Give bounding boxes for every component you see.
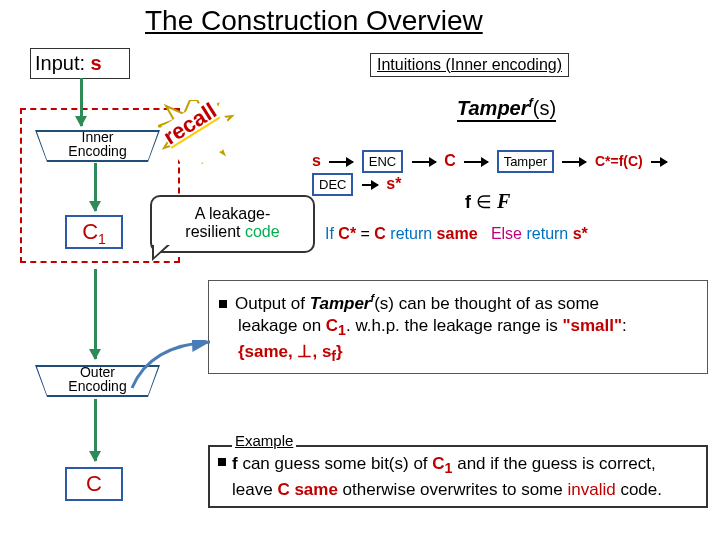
speech-code-word: code: [245, 223, 280, 240]
arrow-icon: [562, 161, 586, 163]
arrow-icon: [362, 184, 378, 186]
arrow-outer-to-c: [94, 399, 97, 461]
intuitions-label: Intuitions (Inner encoding): [370, 53, 569, 77]
arrow-input-to-inner: [80, 78, 83, 126]
speech-tail-icon: [152, 245, 170, 261]
leakage-code-callout: A leakage- resilient code: [150, 195, 315, 253]
input-label: Input:: [35, 52, 91, 74]
pipeline-c: C: [444, 152, 456, 169]
c1-box: C1: [65, 215, 123, 249]
input-box: Input: s: [30, 48, 130, 79]
speech-line1: A leakage-: [195, 205, 271, 222]
speech-line2a: resilient: [185, 223, 245, 240]
pipeline-cstar: C*=f(C): [595, 153, 643, 169]
return-rule: If C* = C return same Else return s*: [325, 225, 588, 243]
input-var-s: s: [91, 52, 102, 74]
pipeline-tamper: Tamper: [497, 150, 554, 173]
example-box: f can guess some bit(s) of C1 and if the…: [208, 445, 708, 508]
inner-encoding-label: Inner Encoding: [35, 130, 160, 158]
pipeline-enc: ENC: [362, 150, 403, 173]
output-leakage-note: Output of Tamperf(s) can be thought of a…: [208, 280, 708, 374]
connector-arrow-icon: [120, 340, 240, 400]
f-in-F: f ∈ F: [465, 190, 510, 213]
page-title: The Construction Overview: [145, 5, 483, 37]
pipeline-sstar: s*: [386, 175, 401, 192]
arrow-icon: [464, 161, 488, 163]
example-label: Example: [232, 432, 296, 449]
arrow-icon: [412, 161, 436, 163]
arrow-icon: [651, 161, 667, 163]
pipeline-s: s: [312, 152, 321, 169]
arrow-c1-to-outer: [94, 269, 97, 359]
c-box: C: [65, 467, 123, 501]
bullet-icon: [219, 300, 227, 308]
arrow-icon: [329, 161, 353, 163]
inner-encoding-block: Inner Encoding: [35, 130, 160, 162]
bullet-icon: [218, 458, 226, 466]
tamper-formula: Tamperf(s): [457, 95, 556, 122]
arrow-inner-to-c1: [94, 163, 97, 211]
encoding-pipeline: s ENC C Tamper C*=f(C) DEC s*: [310, 150, 710, 180]
pipeline-dec: DEC: [312, 173, 353, 196]
